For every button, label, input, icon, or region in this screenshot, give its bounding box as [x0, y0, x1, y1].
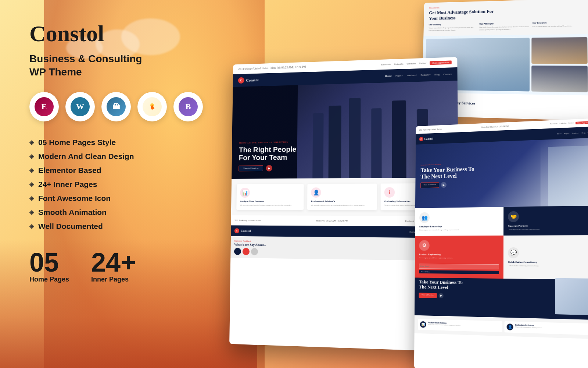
feature-icon-5: ◈ — [29, 195, 34, 202]
logo-circle: C — [238, 77, 244, 84]
br-play-button[interactable]: ▶ — [441, 182, 447, 188]
feature-item-5: ◈ Font Awesome Icon — [29, 194, 213, 203]
service-icon-3: ℹ — [384, 187, 395, 198]
br-hero-content: Innovative Business Solution Take Your B… — [420, 163, 474, 188]
feature-item-3: ◈ Elementor Based — [29, 166, 213, 175]
service-title-2: Professional Advisor's — [311, 200, 373, 203]
stat-home-number: 05 — [29, 249, 69, 276]
br-hero: Innovative Business Solution Take Your B… — [415, 138, 588, 208]
stat-home-pages: 05 Home Pages — [29, 249, 69, 283]
card-engineering-title: Product Engineering — [419, 253, 499, 256]
tr-col-2: Our Philosophy Our work always demonstra… — [479, 22, 529, 31]
right-panel: Welcome Us Get Most Advantage Solution F… — [202, 0, 588, 368]
elementor-icon: E — [29, 92, 59, 121]
nav-services[interactable]: Services+ — [406, 74, 417, 77]
submit-btn[interactable]: Submit Now — [419, 270, 499, 274]
card-leadership-desc: Our company are committed to providing e… — [419, 229, 499, 231]
br-svc-2: 👤 Professional Advisors We provide compr… — [505, 321, 588, 335]
card-leadership-title: Employee Leadership — [419, 224, 499, 228]
br-card-consultancy: 💬 Quick Online Consultancy Contact us fo… — [503, 235, 588, 280]
cta-button[interactable]: Make Appointment — [430, 60, 452, 65]
feature-icon-6: ◈ — [29, 209, 34, 216]
service-card-2: 👤 Professional Advisor's We provide comp… — [307, 184, 377, 210]
tr-title: Get Most Advantage Solution For Your Bus… — [429, 6, 585, 21]
nav-projects[interactable]: Projects+ — [421, 73, 431, 77]
nav-links: Home Pages+ Services+ Projects+ Blog Con… — [385, 72, 452, 77]
br-hero-person — [541, 140, 588, 206]
br-cards: 👥 Employee Leadership Our company are co… — [415, 206, 588, 274]
tr-side-images — [531, 37, 588, 92]
br2-image — [555, 278, 588, 315]
feature-item-6: ◈ Smooth Animation — [29, 208, 213, 217]
bootstrap-icon: B — [173, 92, 203, 121]
tr-col-1: Our Thinking We are committed to help or… — [429, 23, 476, 32]
service-icon-1: 📊 — [240, 188, 250, 198]
tr-header: Welcome Us Get Most Advantage Solution F… — [423, 0, 588, 36]
hero-play-btn[interactable]: ▶ — [266, 165, 272, 171]
partners-icon: 🤝 — [508, 211, 519, 222]
service-icon-2: 👤 — [311, 187, 321, 198]
social-youtube: YouTube — [406, 62, 416, 65]
br-second-hero: Innovative Business Solution Take Your B… — [415, 272, 588, 320]
nav-blog[interactable]: Blog — [434, 73, 440, 76]
leadership-icon: 👥 — [419, 212, 430, 223]
br-svc-1: 📊 Analyze Your Business We provide compr… — [418, 319, 502, 332]
logo-text: Constol — [246, 78, 258, 82]
feature-item-2: ◈ Modern And Clean Design — [29, 152, 213, 161]
service-desc-2: We provide comprehensive professional ad… — [311, 204, 373, 206]
site-logo: C Constol — [238, 77, 259, 84]
hero-cta[interactable]: View All Services — [239, 165, 263, 171]
card-engineering-desc: Our company provide best engineering ser… — [419, 257, 499, 259]
nav-home[interactable]: Home — [385, 74, 392, 77]
feature-icon-3: ◈ — [29, 167, 34, 174]
logo-letter: C — [240, 79, 242, 82]
br2-play[interactable]: ▶ — [438, 293, 443, 298]
social-twitter: Twitter — [419, 61, 427, 65]
feature-item-7: ◈ Well Documented — [29, 222, 213, 231]
br-hero-title: Take Your Business To The Next Level — [420, 166, 474, 180]
analyze-icon: 📊 — [242, 190, 248, 196]
social-linkedin: LinkedIn — [394, 62, 404, 66]
br-hero-buttons: View All Services ▶ — [420, 181, 474, 188]
social-facebook: Facebook — [381, 63, 391, 66]
cursor-icon — [137, 92, 167, 121]
advisor-icon: 👤 — [313, 190, 319, 196]
stat-home-label: Home Pages — [29, 276, 69, 283]
cactus-icon: 🏔 — [101, 92, 131, 121]
consultancy-icon: 💬 — [508, 247, 519, 258]
stat-inner-pages: 24+ Inner Pages — [91, 249, 136, 283]
info-icon: ℹ — [388, 189, 390, 195]
consultancy-email-input[interactable] — [419, 264, 499, 269]
topbar-address: 263 Parkway United States Mon-Fri: 08:23… — [238, 65, 306, 71]
wordpress-icon: W — [65, 92, 95, 121]
card-partners-title: Strategic Partners — [508, 224, 588, 227]
br2-title: Take Your Business ToThe Next Level — [419, 279, 551, 292]
feature-icon-7: ◈ — [29, 223, 34, 230]
tech-icons-row: E W 🏔 B — [29, 92, 213, 121]
br-card-engineering: ⚙ Product Engineering Our company provid… — [415, 236, 503, 279]
stat-inner-number: 24+ — [91, 249, 136, 276]
brand-title: Constol — [29, 22, 213, 45]
tr-col-3: Our Resources Get in budget about our se… — [533, 21, 585, 30]
bottom-right-preview: 263 Parkway United States Mon-Fri: 08:23… — [414, 118, 588, 368]
nav-contact[interactable]: Contact — [443, 72, 452, 76]
stats-row: 05 Home Pages 24+ Inner Pages — [29, 249, 213, 283]
service-card-1: 📊 Analyze Your Business We provide compr… — [236, 184, 304, 210]
nav-pages[interactable]: Pages+ — [395, 74, 403, 77]
engineering-icon: ⚙ — [419, 240, 429, 251]
topbar-right: Facebook LinkedIn YouTube Twitter Make A… — [381, 60, 452, 66]
service-title-1: Analyze Your Business — [240, 200, 300, 203]
feature-icon-2: ◈ — [29, 153, 34, 160]
br-card-partners: 🤝 Strategic Partners Our company and ass… — [503, 206, 588, 236]
tr-cols: Our Thinking We are committed to help or… — [429, 21, 584, 32]
br-services-grid: 📊 Analyze Your Business We provide compr… — [415, 315, 588, 339]
br-cta-button[interactable]: View All Services — [420, 182, 439, 188]
feature-item-1: ◈ 05 Home Pages Style — [29, 138, 213, 147]
feature-icon-4: ◈ — [29, 181, 34, 188]
brand-subtitle: Business & Consulting WP Theme — [29, 52, 213, 79]
card-consultancy-desc: Contact us for consulting services alway… — [508, 265, 588, 268]
card-consultancy-title: Quick Online Consultancy — [508, 261, 588, 264]
br2-btn[interactable]: View All Services — [419, 293, 437, 298]
br-card-leadership: 👥 Employee Leadership Our company are co… — [415, 207, 503, 236]
card-partners-desc: Our company and associate empowerment. — [508, 228, 588, 231]
